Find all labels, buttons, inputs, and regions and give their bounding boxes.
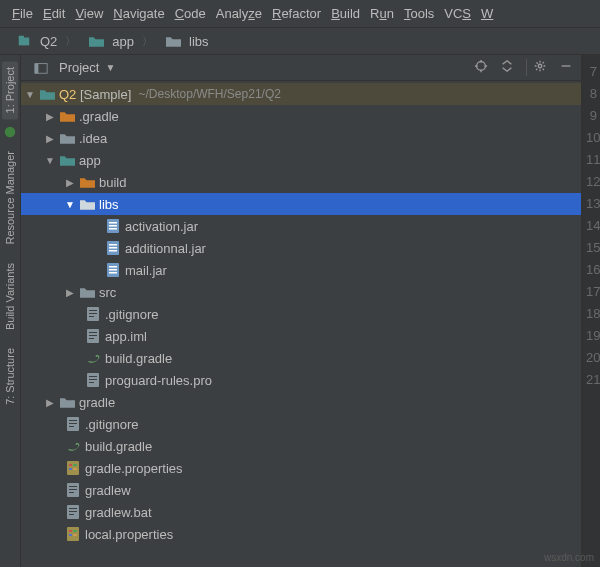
menu-edit[interactable]: Edit bbox=[39, 4, 69, 23]
chevron-down-icon[interactable]: ▼ bbox=[105, 62, 115, 73]
chevron-down-icon[interactable]: ▼ bbox=[65, 199, 75, 210]
minimize-icon[interactable] bbox=[559, 59, 573, 76]
svg-point-5 bbox=[477, 62, 486, 71]
svg-rect-19 bbox=[109, 250, 117, 252]
svg-rect-34 bbox=[89, 379, 97, 380]
chevron-right-icon[interactable]: ▶ bbox=[45, 111, 55, 122]
chevron-down-icon[interactable]: ▼ bbox=[45, 155, 55, 166]
panel-title[interactable]: Project bbox=[59, 60, 99, 75]
svg-rect-35 bbox=[89, 382, 94, 383]
breadcrumb-app-label: app bbox=[112, 34, 134, 49]
gear-icon[interactable] bbox=[526, 59, 547, 76]
menu-view[interactable]: View bbox=[71, 4, 107, 23]
svg-rect-44 bbox=[73, 468, 77, 470]
menu-tools[interactable]: Tools bbox=[400, 4, 438, 23]
panel-icon bbox=[33, 60, 49, 76]
tree-gradlew[interactable]: gradlew bbox=[21, 479, 581, 501]
tree-item-label: .idea bbox=[79, 131, 107, 146]
svg-rect-0 bbox=[19, 38, 30, 46]
breadcrumb-libs-label: libs bbox=[189, 34, 209, 49]
target-icon[interactable] bbox=[474, 59, 488, 76]
tree-src[interactable]: ▶ src bbox=[21, 281, 581, 303]
tree-item-label: .gradle bbox=[79, 109, 119, 124]
breadcrumb-root[interactable]: Q2 bbox=[8, 31, 61, 51]
menu-window[interactable]: W bbox=[477, 4, 497, 23]
menu-code[interactable]: Code bbox=[171, 4, 210, 23]
tree-item-label: build.gradle bbox=[105, 351, 172, 366]
tree-item-label: gradle bbox=[79, 395, 115, 410]
tree-gitignore[interactable]: .gitignore bbox=[21, 303, 581, 325]
rail-resource-manager[interactable]: Resource Manager bbox=[2, 145, 18, 251]
menu-analyze[interactable]: Analyze bbox=[212, 4, 266, 23]
file-icon bbox=[65, 416, 81, 432]
svg-point-2 bbox=[5, 127, 16, 138]
line-number: 18 bbox=[586, 303, 597, 325]
svg-rect-54 bbox=[69, 530, 72, 532]
tree-item-label: activation.jar bbox=[125, 219, 198, 234]
tree-build-gradle[interactable]: build.gradle bbox=[21, 347, 581, 369]
rail-build-variants[interactable]: Build Variants bbox=[2, 257, 18, 336]
line-number: 9 bbox=[586, 105, 597, 127]
tree-item-label: .gitignore bbox=[105, 307, 158, 322]
tree-gradlew-bat[interactable]: gradlew.bat bbox=[21, 501, 581, 523]
tree-item-label: proguard-rules.pro bbox=[105, 373, 212, 388]
folder-icon bbox=[59, 130, 75, 146]
svg-rect-15 bbox=[109, 228, 117, 230]
svg-rect-21 bbox=[109, 266, 117, 268]
tree-build[interactable]: ▶ build bbox=[21, 171, 581, 193]
line-number: 19 bbox=[586, 325, 597, 347]
chevron-right-icon[interactable]: ▶ bbox=[45, 133, 55, 144]
svg-rect-22 bbox=[109, 269, 117, 271]
tree-gradle-dir[interactable]: ▶ .gradle bbox=[21, 105, 581, 127]
svg-rect-31 bbox=[89, 338, 94, 339]
chevron-right-icon[interactable]: ▶ bbox=[65, 177, 75, 188]
tree-local-properties[interactable]: local.properties bbox=[21, 523, 581, 545]
breadcrumb-app[interactable]: app bbox=[80, 31, 138, 51]
file-icon bbox=[85, 372, 101, 388]
menu-vcs[interactable]: VCS bbox=[440, 4, 475, 23]
gradle-icon bbox=[65, 438, 81, 454]
chevron-right-icon[interactable]: ▶ bbox=[65, 287, 75, 298]
svg-rect-42 bbox=[73, 464, 77, 466]
menu-navigate[interactable]: Navigate bbox=[109, 4, 168, 23]
menu-file[interactable]: FFileile bbox=[8, 4, 37, 23]
rail-structure[interactable]: 7: Structure bbox=[2, 342, 18, 411]
tree-activation-jar[interactable]: activation.jar bbox=[21, 215, 581, 237]
rail-project[interactable]: 1: Project bbox=[2, 61, 18, 119]
tree-proguard[interactable]: proguard-rules.pro bbox=[21, 369, 581, 391]
tree-idea-dir[interactable]: ▶ .idea bbox=[21, 127, 581, 149]
tree-mail-jar[interactable]: mail.jar bbox=[21, 259, 581, 281]
menu-run[interactable]: Run bbox=[366, 4, 398, 23]
chevron-right-icon[interactable]: ▶ bbox=[45, 397, 55, 408]
folder-icon bbox=[59, 152, 75, 168]
svg-rect-33 bbox=[89, 376, 97, 377]
tree-gradle-properties[interactable]: gradle.properties bbox=[21, 457, 581, 479]
line-number: 20 bbox=[586, 347, 597, 369]
svg-rect-30 bbox=[89, 335, 97, 336]
tree-app[interactable]: ▼ app bbox=[21, 149, 581, 171]
project-tree: ▼ Q2 [Sample] ~/Desktop/WFH/Sep21/Q2 ▶ .… bbox=[21, 81, 581, 567]
svg-rect-39 bbox=[69, 426, 74, 427]
tree-root-gitignore[interactable]: .gitignore bbox=[21, 413, 581, 435]
tree-root-name: Q2 bbox=[59, 87, 76, 102]
menu-refactor[interactable]: Refactor bbox=[268, 4, 325, 23]
tree-item-label: app bbox=[79, 153, 101, 168]
menu-build[interactable]: Build bbox=[327, 4, 364, 23]
svg-rect-17 bbox=[109, 244, 117, 246]
chevron-down-icon[interactable]: ▼ bbox=[25, 89, 35, 100]
folder-icon bbox=[88, 33, 104, 49]
svg-rect-56 bbox=[69, 534, 72, 536]
svg-rect-55 bbox=[73, 530, 77, 532]
tree-libs[interactable]: ▼ libs bbox=[21, 193, 581, 215]
tree-additionnal-jar[interactable]: additionnal.jar bbox=[21, 237, 581, 259]
svg-rect-23 bbox=[109, 272, 117, 274]
tree-root[interactable]: ▼ Q2 [Sample] ~/Desktop/WFH/Sep21/Q2 bbox=[21, 83, 581, 105]
collapse-icon[interactable] bbox=[500, 59, 514, 76]
breadcrumb-sep-icon: 〉 bbox=[142, 34, 153, 49]
panel-header: Project ▼ bbox=[21, 55, 581, 81]
svg-rect-46 bbox=[69, 486, 77, 487]
tree-gradle-folder[interactable]: ▶ gradle bbox=[21, 391, 581, 413]
tree-root-build-gradle[interactable]: build.gradle bbox=[21, 435, 581, 457]
breadcrumb-libs[interactable]: libs bbox=[157, 31, 213, 51]
tree-app-iml[interactable]: app.iml bbox=[21, 325, 581, 347]
